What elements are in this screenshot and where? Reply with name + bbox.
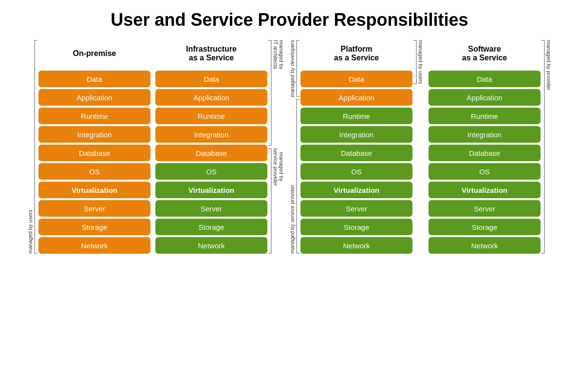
item-iaas-1: Application [155,89,267,106]
label-sp-iaas: managed byservice provider [273,148,284,254]
right-brackets-paas: managed by users [413,40,424,254]
column-paas: managed by developers managed by service… [289,40,424,254]
stack-on-premise: DataApplicationRuntimeIntegrationDatabas… [38,71,150,254]
item-on-premise-6: Virtualization [38,182,150,198]
item-saas-9: Network [429,237,541,254]
item-saas-4: Database [429,145,541,161]
item-on-premise-5: OS [38,163,150,180]
col-paas-inner: Platform as a Service DataApplicationRun… [300,40,412,254]
brace-left-dev [296,40,299,97]
brace-left-users [34,40,37,254]
label-it-architects: managed byIT architects [273,40,284,146]
left-brackets-paas: managed by developers managed by service… [289,40,299,254]
bracket-users-paas: managed by users [413,40,424,84]
item-iaas-6: Virtualization [155,182,267,198]
header-saas: Software as a Service [462,40,507,67]
bracket-sp-paas: managed by service provider [289,99,299,254]
columns-wrapper: managed by users On-premise DataApplicat… [10,40,569,254]
label-provider-saas: managed by provider [546,40,552,254]
item-saas-0: Data [429,71,541,87]
brace-left-sp-paas [296,99,299,254]
item-on-premise-3: Integration [38,126,150,143]
column-iaas: Infrastructure as a Service DataApplicat… [155,40,284,254]
item-on-premise-9: Network [38,237,150,254]
item-paas-8: Storage [300,219,412,235]
item-on-premise-2: Runtime [38,108,150,124]
item-paas-4: Database [300,145,412,161]
column-on-premise: managed by users On-premise DataApplicat… [27,40,150,254]
item-on-premise-7: Server [38,200,150,217]
stack-iaas: DataApplicationRuntimeIntegrationDatabas… [155,71,267,254]
right-bracket-provider-saas: managed by provider [542,40,552,254]
main-title: User and Service Provider Responsibiliti… [111,10,468,30]
item-paas-3: Integration [300,126,412,143]
brace-right-sp-iaas [268,148,272,254]
item-saas-2: Runtime [429,108,541,124]
label-developers: managed by developers [289,40,295,97]
item-iaas-2: Runtime [155,108,267,124]
left-bracket-users: managed by users [27,40,37,254]
label-sp-paas: managed by service provider [289,99,295,254]
item-paas-5: OS [300,163,412,180]
item-on-premise-0: Data [38,71,150,87]
col-on-premise-inner: On-premise DataApplicationRuntimeIntegra… [38,40,150,254]
spacer-paas-right [413,86,424,254]
header-iaas: Infrastructure as a Service [186,40,237,67]
column-saas: Software as a Service DataApplicationRun… [429,40,552,254]
item-iaas-9: Network [155,237,267,254]
brace-right-it [268,40,272,146]
item-paas-1: Application [300,89,412,106]
col-saas-inner: Software as a Service DataApplicationRun… [429,40,541,254]
item-iaas-0: Data [155,71,267,87]
item-paas-0: Data [300,71,412,87]
item-saas-8: Storage [429,219,541,235]
item-iaas-7: Server [155,200,267,217]
bracket-it-architects: managed byIT architects [268,40,284,146]
right-brackets-iaas: managed byIT architects managed byservic… [268,40,284,254]
item-iaas-4: Database [155,145,267,161]
brace-right-provider-saas [542,40,545,254]
item-on-premise-8: Storage [38,219,150,235]
page: User and Service Provider Responsibiliti… [0,0,579,392]
stack-paas: DataApplicationRuntimeIntegrationDatabas… [300,71,412,254]
col-iaas-inner: Infrastructure as a Service DataApplicat… [155,40,267,254]
bracket-sp-iaas: managed byservice provider [268,148,284,254]
header-paas: Platform as a Service [334,40,379,67]
item-saas-3: Integration [429,126,541,143]
bracket-developers: managed by developers [289,40,299,97]
brace-right-users-paas [413,40,417,84]
item-on-premise-1: Application [38,89,150,106]
item-saas-1: Application [429,89,541,106]
item-iaas-5: OS [155,163,267,180]
label-managed-by-users: managed by users [27,40,33,254]
stack-saas: DataApplicationRuntimeIntegrationDatabas… [429,71,541,254]
item-on-premise-4: Database [38,145,150,161]
item-paas-7: Server [300,200,412,217]
label-users-paas: managed by users [418,40,424,84]
item-paas-9: Network [300,237,412,254]
header-on-premise: On-premise [73,40,116,67]
item-saas-7: Server [429,200,541,217]
item-saas-6: Virtualization [429,182,541,198]
item-saas-5: OS [429,163,541,180]
item-paas-2: Runtime [300,108,412,124]
item-iaas-8: Storage [155,219,267,235]
item-paas-6: Virtualization [300,182,412,198]
item-iaas-3: Integration [155,126,267,143]
